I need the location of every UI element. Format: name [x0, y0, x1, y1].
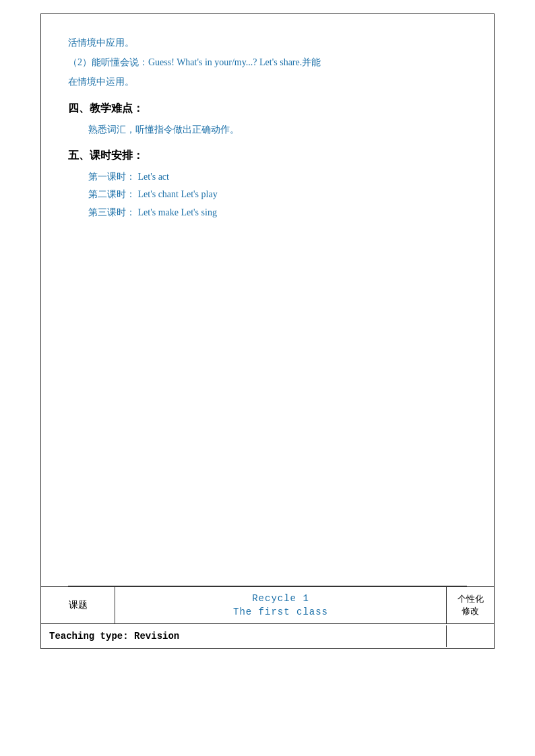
section5-heading: 五、课时安排： [68, 149, 467, 163]
content-area: 活情境中应用。 （2）能听懂会说：Guess! What's in your/m… [68, 34, 467, 586]
personalize-label: 个性化修改 [458, 593, 484, 617]
table-row-teaching-type: Teaching type: Revision [41, 624, 494, 648]
schedule1: 第一课时： Let's act [68, 168, 467, 186]
line2: （2）能听懂会说：Guess! What's in your/my...? Le… [68, 54, 467, 71]
schedule1-content: Let's act [138, 172, 169, 182]
ketai-cell: 课题 [41, 587, 115, 623]
line3: 在情境中运用。 [68, 73, 467, 90]
table-row-title: 课题 Recycle 1 The first class 个性化修改 [41, 587, 494, 624]
title-cell: Recycle 1 The first class [115, 587, 447, 623]
section4-heading: 四、教学难点： [68, 102, 467, 116]
personalize-cell: 个性化修改 [447, 587, 494, 623]
teaching-type-cell: Teaching type: Revision [41, 625, 447, 647]
schedule2-label: 第二课时： [88, 189, 135, 199]
title-line1: Recycle 1 [252, 593, 309, 604]
section4-body: 熟悉词汇，听懂指令做出正确动作。 [68, 121, 467, 138]
schedule3-content: Let's make Let's sing [138, 207, 217, 217]
ketai-label: 课题 [69, 599, 88, 611]
page: 活情境中应用。 （2）能听懂会说：Guess! What's in your/m… [0, 0, 535, 756]
schedule3: 第三课时： Let's make Let's sing [68, 204, 467, 222]
schedule2: 第二课时： Let's chant Let's play [68, 186, 467, 204]
title-line2: The first class [233, 607, 328, 617]
bottom-table: 课题 Recycle 1 The first class 个性化修改 Teach… [40, 587, 495, 649]
schedule3-label: 第三课时： [88, 207, 135, 217]
schedule2-content: Let's chant Let's play [138, 189, 218, 199]
main-content: 活情境中应用。 （2）能听懂会说：Guess! What's in your/m… [40, 13, 495, 587]
line1: 活情境中应用。 [68, 34, 467, 51]
schedule1-label: 第一课时： [88, 172, 135, 182]
